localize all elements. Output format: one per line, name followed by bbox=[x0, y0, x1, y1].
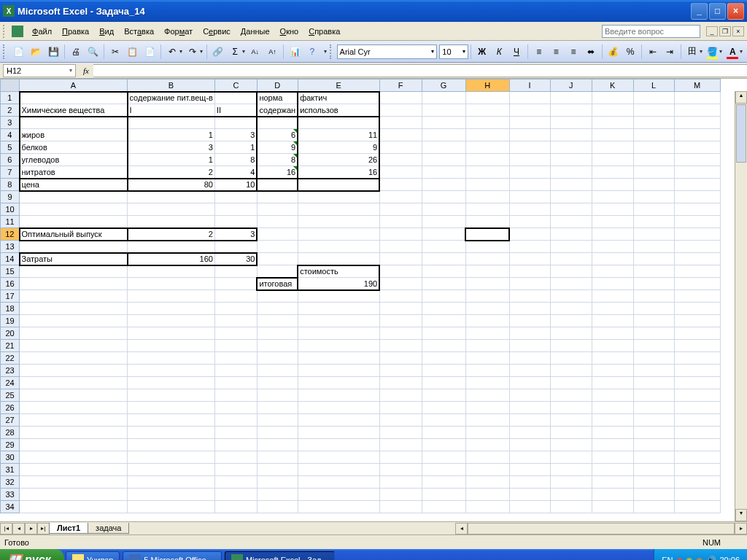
cell-K33[interactable] bbox=[592, 489, 633, 501]
cell-K29[interactable] bbox=[592, 439, 633, 451]
cell-F31[interactable] bbox=[379, 464, 422, 476]
cell-F7[interactable] bbox=[379, 166, 422, 179]
row-header-8[interactable]: 8 bbox=[1, 179, 20, 191]
cell-A1[interactable] bbox=[20, 92, 128, 104]
cell-K3[interactable] bbox=[592, 117, 633, 129]
cell-B11[interactable] bbox=[128, 216, 215, 228]
mdi-close-button[interactable]: × bbox=[732, 26, 744, 36]
cell-A8[interactable]: цена bbox=[20, 179, 128, 191]
cell-L4[interactable] bbox=[633, 129, 674, 141]
cell-B18[interactable] bbox=[128, 303, 215, 315]
cell-G18[interactable] bbox=[422, 303, 465, 315]
cell-D11[interactable] bbox=[257, 216, 298, 228]
cell-H6[interactable] bbox=[465, 154, 509, 166]
cell-L15[interactable] bbox=[633, 265, 674, 278]
cell-M26[interactable] bbox=[674, 402, 720, 414]
cell-J7[interactable] bbox=[550, 166, 592, 179]
cell-E5[interactable]: 9 bbox=[298, 141, 379, 154]
cell-C21[interactable] bbox=[214, 340, 257, 352]
col-header-C[interactable]: C bbox=[214, 79, 257, 92]
cell-I12[interactable] bbox=[509, 228, 550, 241]
cell-B32[interactable] bbox=[128, 476, 215, 489]
row-header-6[interactable]: 6 bbox=[1, 154, 20, 166]
cell-L20[interactable] bbox=[633, 327, 674, 340]
cell-A20[interactable] bbox=[20, 327, 128, 340]
cell-E26[interactable] bbox=[298, 402, 379, 414]
cell-G13[interactable] bbox=[422, 241, 465, 253]
chart-wizard-icon[interactable]: 📊 bbox=[287, 44, 303, 60]
cell-H16[interactable] bbox=[465, 278, 509, 290]
cell-M28[interactable] bbox=[674, 427, 720, 439]
cell-L2[interactable] bbox=[633, 104, 674, 117]
cell-D12[interactable] bbox=[257, 228, 298, 241]
cell-D34[interactable] bbox=[257, 501, 298, 513]
cell-K9[interactable] bbox=[592, 191, 633, 203]
cell-G11[interactable] bbox=[422, 216, 465, 228]
cell-A15[interactable] bbox=[20, 265, 128, 278]
cell-H17[interactable] bbox=[465, 290, 509, 303]
cell-L14[interactable] bbox=[633, 253, 674, 265]
cell-L3[interactable] bbox=[633, 117, 674, 129]
cell-F16[interactable] bbox=[379, 278, 422, 290]
cell-C15[interactable] bbox=[214, 265, 257, 278]
cell-B15[interactable] bbox=[128, 265, 215, 278]
cell-J12[interactable] bbox=[550, 228, 592, 241]
mdi-minimize-button[interactable]: _ bbox=[706, 26, 718, 36]
cell-L24[interactable] bbox=[633, 377, 674, 389]
cell-C27[interactable] bbox=[214, 414, 257, 427]
cell-A24[interactable] bbox=[20, 377, 128, 389]
cell-H12[interactable] bbox=[465, 228, 509, 241]
cell-B6[interactable]: 1 bbox=[128, 154, 215, 166]
cell-M30[interactable] bbox=[674, 451, 720, 464]
cell-F20[interactable] bbox=[379, 327, 422, 340]
cell-M14[interactable] bbox=[674, 253, 720, 265]
cell-E21[interactable] bbox=[298, 340, 379, 352]
cell-H15[interactable] bbox=[465, 265, 509, 278]
fill-color-icon[interactable]: 🪣 bbox=[705, 44, 721, 60]
cell-A33[interactable] bbox=[20, 489, 128, 501]
cell-J14[interactable] bbox=[550, 253, 592, 265]
cell-F8[interactable] bbox=[379, 179, 422, 191]
cell-M32[interactable] bbox=[674, 476, 720, 489]
align-left-icon[interactable]: ≡ bbox=[531, 44, 547, 60]
cell-G10[interactable] bbox=[422, 203, 465, 216]
formatting-grip[interactable] bbox=[330, 44, 334, 59]
cell-J31[interactable] bbox=[550, 464, 592, 476]
cell-A7[interactable]: нитратов bbox=[20, 166, 128, 179]
cell-I13[interactable] bbox=[509, 241, 550, 253]
cell-I14[interactable] bbox=[509, 253, 550, 265]
cell-K23[interactable] bbox=[592, 365, 633, 377]
tray-volume-icon[interactable]: 🔊 bbox=[706, 556, 716, 561]
cell-M4[interactable] bbox=[674, 129, 720, 141]
cell-F21[interactable] bbox=[379, 340, 422, 352]
align-center-icon[interactable]: ≡ bbox=[548, 44, 564, 60]
cell-B2[interactable]: I bbox=[128, 104, 215, 117]
cell-B33[interactable] bbox=[128, 489, 215, 501]
cell-C20[interactable] bbox=[214, 327, 257, 340]
cell-M7[interactable] bbox=[674, 166, 720, 179]
cell-B7[interactable]: 2 bbox=[128, 166, 215, 179]
cell-J24[interactable] bbox=[550, 377, 592, 389]
cell-K16[interactable] bbox=[592, 278, 633, 290]
cell-E27[interactable] bbox=[298, 414, 379, 427]
cell-D5[interactable]: 9 bbox=[257, 141, 298, 154]
cell-F5[interactable] bbox=[379, 141, 422, 154]
cell-C22[interactable] bbox=[214, 352, 257, 365]
cell-A9[interactable] bbox=[20, 191, 128, 203]
cell-G22[interactable] bbox=[422, 352, 465, 365]
decrease-indent-icon[interactable]: ⇤ bbox=[645, 44, 661, 60]
cell-M31[interactable] bbox=[674, 464, 720, 476]
cell-C23[interactable] bbox=[214, 365, 257, 377]
tab-nav-prev-icon[interactable]: ◂ bbox=[12, 523, 25, 534]
cell-M2[interactable] bbox=[674, 104, 720, 117]
cell-H8[interactable] bbox=[465, 179, 509, 191]
cell-A12[interactable]: Оптимальный выпуск bbox=[20, 228, 128, 241]
cell-D30[interactable] bbox=[257, 451, 298, 464]
cell-F18[interactable] bbox=[379, 303, 422, 315]
cell-L7[interactable] bbox=[633, 166, 674, 179]
autosum-icon[interactable]: Σ bbox=[227, 44, 243, 60]
cell-C12[interactable]: 3 bbox=[214, 228, 257, 241]
row-header-12[interactable]: 12 bbox=[1, 228, 20, 241]
cell-A25[interactable] bbox=[20, 389, 128, 402]
row-header-16[interactable]: 16 bbox=[1, 278, 20, 290]
